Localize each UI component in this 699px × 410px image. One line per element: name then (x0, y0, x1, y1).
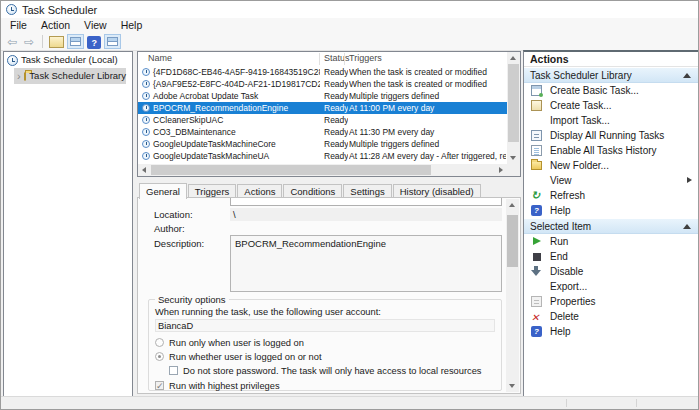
action-help[interactable]: Help (524, 324, 698, 339)
end-icon (533, 253, 541, 261)
tab-general[interactable]: General (139, 183, 187, 199)
console-tree-panel: Task Scheduler (Local) › Task Scheduler … (3, 51, 133, 398)
menu-bar: FileActionViewHelp (1, 18, 698, 33)
tree-library-label: Task Scheduler Library (29, 68, 126, 84)
task-clock-icon (142, 116, 150, 124)
help-icon (531, 326, 542, 337)
checkbox-icon[interactable] (169, 366, 178, 375)
action-export[interactable]: Export... (524, 279, 698, 294)
task-row[interactable]: {A9AF9E52-E8FC-404D-AF21-1D19817CD206}Re… (138, 78, 507, 90)
task-clock-icon (142, 68, 150, 76)
scroll-thumb[interactable] (507, 215, 518, 267)
menu-item-file[interactable]: File (3, 18, 34, 33)
task-row[interactable]: GoogleUpdateTaskMachineUAReadyAt 11:28 A… (138, 150, 507, 162)
description-label: Description: (154, 238, 204, 249)
action-enable-all-tasks-history[interactable]: Enable All Tasks History (524, 143, 698, 158)
task-row[interactable]: CCleanerSkipUACReady (138, 114, 507, 126)
task-row[interactable]: Adobe Acrobat Update TaskReadyMultiple t… (138, 90, 507, 102)
task-clock-icon (142, 152, 150, 160)
action-delete[interactable]: Delete (524, 309, 698, 324)
tab-actions[interactable]: Actions (237, 184, 282, 197)
tree-item-task-scheduler-local[interactable]: Task Scheduler (Local) (4, 52, 132, 68)
checkbox-run-highest-privileges[interactable]: Run with highest privileges (155, 380, 495, 392)
action-end[interactable]: End (524, 249, 698, 264)
scroll-up-icon[interactable] (510, 56, 516, 60)
task-row[interactable]: BPOCRM_RecommendationEngineReadyAt 11:00… (138, 102, 507, 114)
submenu-arrow-icon (687, 177, 692, 183)
account-prompt: When running the task, use the following… (155, 306, 495, 318)
scroll-down-icon[interactable] (509, 384, 515, 388)
list-vertical-scrollbar[interactable] (507, 52, 520, 164)
scroll-down-icon[interactable] (510, 156, 516, 160)
task-clock-icon (142, 140, 150, 148)
tab-triggers[interactable]: Triggers (188, 184, 237, 197)
menu-item-view[interactable]: View (77, 18, 114, 33)
console-window-icon[interactable] (49, 36, 64, 48)
tab-settings[interactable]: Settings (343, 184, 391, 197)
location-value: \ (230, 208, 502, 221)
section-header-task-scheduler-library[interactable]: Task Scheduler Library (524, 68, 698, 83)
task-clock-icon (142, 92, 150, 100)
action-create-task[interactable]: Create Task... (524, 98, 698, 113)
action-help[interactable]: Help (524, 203, 698, 218)
task-row[interactable]: GoogleUpdateTaskMachineCoreReadyMultiple… (138, 138, 507, 150)
radio-run-only-logged-on[interactable]: Run only when user is logged on (155, 337, 495, 349)
scroll-up-icon[interactable] (509, 203, 515, 207)
action-run[interactable]: Run (524, 234, 698, 249)
task-row[interactable]: {4FD1D68C-EB46-4A5F-9419-16843519C285}Re… (138, 66, 507, 78)
action-new-folder[interactable]: New Folder... (524, 158, 698, 173)
scroll-thumb[interactable] (508, 64, 519, 142)
action-properties[interactable]: Properties (524, 294, 698, 309)
window-title: Task Scheduler (22, 4, 97, 16)
checkbox-checked-icon[interactable] (155, 381, 164, 390)
show-hide-console-tree-icon[interactable] (67, 34, 84, 49)
show-hide-action-pane-icon[interactable] (104, 34, 121, 49)
back-icon[interactable]: ⇦ (5, 34, 19, 50)
action-create-basic-task[interactable]: Create Basic Task... (524, 83, 698, 98)
task-scheduler-window: Task Scheduler FileActionViewHelp ⇦ ⇨ Ta… (0, 0, 699, 410)
scroll-right-icon[interactable] (499, 167, 503, 173)
action-view[interactable]: View (524, 173, 698, 188)
expander-chevron-icon[interactable]: › (17, 69, 21, 83)
collapse-chevron-icon[interactable] (683, 224, 691, 229)
location-label: Location: (154, 209, 193, 220)
forward-icon[interactable]: ⇨ (22, 34, 36, 50)
tab-history-disabled[interactable]: History (disabled) (393, 184, 481, 197)
tree-item-task-scheduler-library[interactable]: › Task Scheduler Library (14, 68, 126, 84)
disable-icon (531, 266, 542, 277)
tab-conditions[interactable]: Conditions (283, 184, 342, 197)
task-list-panel: Name Status Triggers {4FD1D68C-EB46-4A5F… (137, 51, 521, 177)
column-header-status[interactable]: Status (324, 53, 350, 63)
action-display-all-running-tasks[interactable]: Display All Running Tasks (524, 128, 698, 143)
column-header-name[interactable]: Name (148, 53, 172, 63)
action-disable[interactable]: Disable (524, 264, 698, 279)
collapse-chevron-icon[interactable] (683, 73, 691, 78)
column-separator[interactable] (319, 53, 320, 65)
checkbox-do-not-store-password[interactable]: Do not store password. The task will onl… (169, 365, 495, 377)
radio-selected-icon[interactable] (155, 352, 164, 361)
task-row[interactable]: CO3_DBMaintenanceReadyAt 11:30 PM every … (138, 126, 507, 138)
column-separator[interactable] (344, 53, 345, 65)
name-field[interactable] (230, 197, 502, 206)
toolbar-icons (49, 34, 121, 49)
radio-icon[interactable] (155, 338, 164, 347)
task-details-panel: GeneralTriggersActionsConditionsSettings… (137, 181, 521, 394)
scroll-thumb[interactable] (151, 165, 431, 175)
delete-icon (531, 311, 542, 322)
help-toolbar-icon[interactable] (87, 36, 101, 49)
title-bar: Task Scheduler (1, 1, 698, 18)
action-import-task[interactable]: Import Task... (524, 113, 698, 128)
status-separator (636, 399, 637, 407)
menu-item-action[interactable]: Action (34, 18, 77, 33)
column-header-triggers[interactable]: Triggers (349, 53, 382, 63)
section-header-selected-item[interactable]: Selected Item (524, 219, 698, 234)
description-field[interactable]: BPOCRM_RecommendationEngine (230, 235, 502, 292)
run-icon (533, 237, 541, 245)
details-vertical-scrollbar[interactable] (506, 199, 519, 392)
action-refresh[interactable]: Refresh (524, 188, 698, 203)
scroll-left-icon[interactable] (142, 167, 146, 173)
toolbar: ⇦ ⇨ (1, 33, 698, 51)
menu-item-help[interactable]: Help (114, 18, 150, 33)
list-horizontal-scrollbar[interactable] (138, 164, 507, 176)
radio-run-whether-logged-on[interactable]: Run whether user is logged on or not (155, 351, 495, 363)
